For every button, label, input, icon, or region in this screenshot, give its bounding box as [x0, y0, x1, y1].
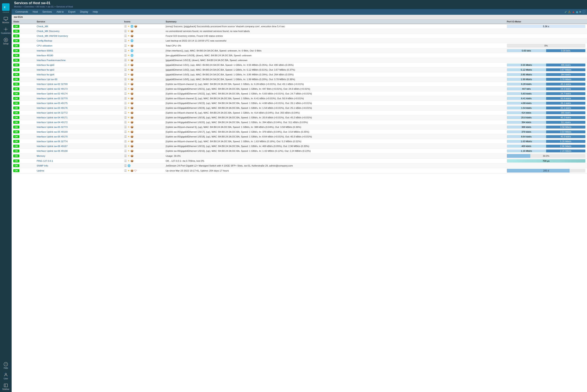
service-name[interactable]: Uptime	[35, 168, 122, 173]
cube-icon[interactable]: 📦	[130, 83, 134, 86]
sidebar-item-help[interactable]: ? Help	[0, 360, 12, 371]
service-name[interactable]: SNMP Info	[35, 164, 122, 168]
table-row[interactable]: OKInterface Uplink sw-05 32773☰☀📦[Uplink…	[12, 125, 587, 130]
table-row[interactable]: OKCheck_MK Discovery☰☀📦no unmonitored se…	[12, 29, 587, 34]
menu-icon[interactable]: ☰	[124, 54, 127, 57]
menu-icon[interactable]: ☰	[124, 121, 127, 124]
table-row[interactable]: OKConfig Backup☰☀🌐Last backup at 2022-10…	[12, 38, 587, 43]
cube-icon[interactable]: 📦	[130, 30, 134, 32]
service-name[interactable]: Interface Uplink sw-04 32772	[35, 110, 122, 115]
service-name[interactable]: Check_MK Discovery	[35, 29, 122, 34]
cube-icon[interactable]: 📦	[130, 140, 134, 143]
menu-icon[interactable]: ☰	[124, 25, 127, 28]
table-row[interactable]: OKInterface 00001☰☀🌐[Vlan-interface1], (…	[12, 48, 587, 53]
service-name[interactable]: Check_MK HW/SW Inventory	[35, 34, 122, 38]
sun-icon[interactable]: ☀	[128, 34, 130, 37]
menu-icon[interactable]: ☰	[124, 97, 127, 100]
nav-export[interactable]: Export	[66, 9, 78, 14]
sun-icon[interactable]: ☀	[128, 160, 130, 162]
cube-icon[interactable]: 📦	[134, 25, 137, 28]
table-row[interactable]: OKCheck_MK☰☀🌐📦[snmp] Success, [piggyback…	[12, 24, 587, 29]
cube-icon[interactable]: 📦	[130, 97, 134, 100]
cube-icon[interactable]: 📦	[130, 111, 134, 114]
sidebar-item-user[interactable]: User	[0, 371, 12, 382]
sun-icon[interactable]: ☀	[128, 140, 130, 143]
cube-icon[interactable]: 📦	[130, 154, 134, 158]
globe-icon[interactable]: 🌐	[128, 164, 130, 167]
cube-icon[interactable]: 📦	[130, 92, 134, 95]
service-name[interactable]: Interface Uplink sw-05 49170	[35, 134, 122, 139]
table-row[interactable]: OKUptime☰☀📦🛡Up since Mar 23 2022 19:17:4…	[12, 168, 587, 173]
sidebar-item-setup[interactable]: Setup	[0, 36, 12, 46]
square-icon[interactable]: ■	[579, 10, 581, 14]
sidebar-item-customize[interactable]: Customize	[0, 25, 12, 36]
nav-host[interactable]: Host	[30, 9, 40, 14]
menu-icon[interactable]: ☰	[124, 87, 127, 90]
cube-icon[interactable]: 📦	[130, 150, 134, 152]
service-name[interactable]: Interface fw-igb0	[35, 63, 122, 68]
service-name[interactable]: Interface Uplink sw-04 49171	[35, 115, 122, 120]
cube-icon[interactable]: 📦	[130, 130, 134, 133]
service-name[interactable]: Interface Uplink sw-03 49176	[35, 106, 122, 110]
table-row[interactable]: OKInterface Uplink sw-03 49176☰☀📦[Uplink…	[12, 106, 587, 110]
sun-icon[interactable]: ☀	[128, 145, 130, 148]
service-name[interactable]: Interface Uplink sw-02 49174	[35, 91, 122, 96]
sun-icon[interactable]: ☀	[128, 44, 130, 47]
service-name[interactable]: Interface Uplink sw-06 32774	[35, 139, 122, 144]
globe-icon[interactable]: 🌐	[130, 49, 134, 52]
circle-info-icon[interactable]: ⓘ	[582, 10, 585, 14]
sun-icon[interactable]: ☀	[128, 83, 130, 86]
table-row[interactable]: OKInterface Uplink sw-05 49169☰☀📦[Uplink…	[12, 130, 587, 134]
cube-icon[interactable]: 📦	[130, 106, 134, 110]
sun-icon[interactable]: ☀	[128, 130, 130, 133]
sun-icon[interactable]: ☀	[128, 106, 130, 110]
logo[interactable]: c checkmk	[2, 2, 10, 15]
sun-icon[interactable]: ☀	[128, 49, 130, 52]
table-row[interactable]: OKMemory☰☀📦Usage: 30.0%30.0%	[12, 154, 587, 159]
table-row[interactable]: OKInterface fw-igb4☰☀📦[gigabitEthernet 1…	[12, 72, 587, 77]
service-name[interactable]: Interface Uplink sw-05 32773	[35, 125, 122, 130]
service-name[interactable]: Interface fw-igb4	[35, 72, 122, 77]
cube-icon[interactable]: 📦	[130, 78, 134, 81]
menu-icon[interactable]: ☰	[124, 82, 127, 86]
table-row[interactable]: OKInterface Uplink sw-06 49167☰☀📦[Uplink…	[12, 144, 587, 149]
menu-icon[interactable]: ☰	[124, 63, 127, 67]
sun-icon[interactable]: ☀	[128, 150, 130, 152]
sun-icon[interactable]: ☀	[128, 88, 130, 90]
menu-icon[interactable]: ☰	[124, 106, 127, 110]
globe-icon[interactable]: 🌐	[130, 25, 134, 28]
service-name[interactable]: Config Backup	[35, 38, 122, 43]
menu-icon[interactable]: ☰	[124, 169, 127, 172]
cube-icon[interactable]: 📦	[130, 88, 134, 90]
nav-commands[interactable]: Commands	[13, 9, 30, 14]
service-name[interactable]: Interface Uplink sw-05 49169	[35, 130, 122, 134]
warning-icon[interactable]: ⚠	[568, 10, 571, 14]
service-name[interactable]: Interface Uplink sw-03 49175	[35, 101, 122, 106]
menu-icon[interactable]: ☰	[124, 135, 127, 138]
menu-icon[interactable]: ☰	[124, 111, 127, 114]
menu-icon[interactable]: ☰	[124, 30, 127, 33]
globe-icon[interactable]: 🌐	[130, 39, 134, 42]
menu-icon[interactable]: ☰	[124, 116, 127, 119]
sun-icon[interactable]: ☀	[128, 121, 130, 124]
sun-icon[interactable]: ☀	[128, 116, 130, 119]
sun-icon[interactable]: ☀	[128, 97, 130, 100]
sun-icon[interactable]: ☀	[128, 64, 130, 66]
service-name[interactable]: Interface fw-igb3	[35, 68, 122, 72]
table-row[interactable]: OKSNMP Info☰🌐JetStream 24-Port Gigabit L…	[12, 164, 587, 168]
table-row[interactable]: OKInterface Uplink sw-04 49171☰☀📦[Uplink…	[12, 115, 587, 120]
cube-icon[interactable]: 📦	[130, 116, 134, 119]
service-name[interactable]: Interface Uplink sw-02 32769	[35, 82, 122, 86]
service-name[interactable]: PING 127.0.0.1	[35, 159, 122, 164]
table-row[interactable]: OKInterface Uplink sw-06 49168☰☀📦[Uplink…	[12, 149, 587, 154]
service-name[interactable]: Interface 49180	[35, 53, 122, 58]
sun-icon[interactable]: ☀	[128, 111, 130, 114]
nav-display[interactable]: Display	[78, 9, 90, 14]
service-name[interactable]: Interface Uplink sw-06 49168	[35, 149, 122, 154]
sun-icon[interactable]: ☀	[128, 92, 130, 95]
sun-icon[interactable]: ☀	[128, 102, 130, 105]
table-row[interactable]: OKInterface fw-igb0☰☀📦[gigabitEthernet 1…	[12, 63, 587, 68]
cube-icon[interactable]: 📦	[130, 102, 134, 105]
nav-services[interactable]: Services	[40, 9, 54, 14]
menu-icon[interactable]: ☰	[124, 49, 127, 52]
